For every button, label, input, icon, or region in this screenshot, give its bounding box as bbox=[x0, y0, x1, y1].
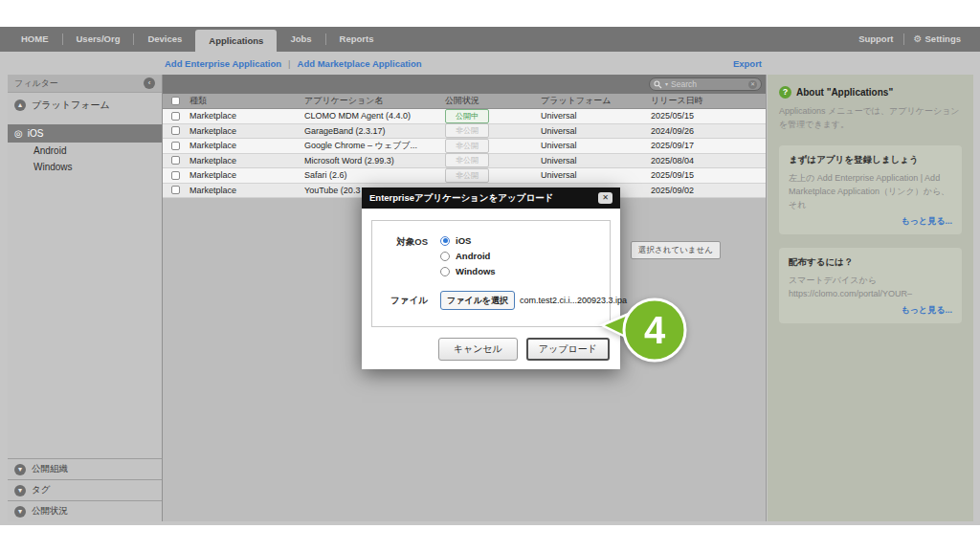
radio-option-android[interactable]: Android bbox=[440, 251, 496, 261]
cell-name: CLOMO MDM Agent (4.4.0) bbox=[304, 111, 445, 121]
page: HOME Users/Org Devices Applications Jobs… bbox=[0, 0, 980, 551]
cell-name: Microsoft Word (2.99.3) bbox=[304, 156, 445, 165]
sidebar-item-windows[interactable]: Windows bbox=[8, 159, 162, 175]
search-clear-icon[interactable]: ✕ bbox=[748, 80, 757, 89]
tab-applications[interactable]: Applications bbox=[195, 30, 277, 52]
cell-platform: Universal bbox=[541, 141, 651, 150]
search-icon bbox=[654, 80, 662, 89]
export-link[interactable]: Export bbox=[733, 58, 762, 69]
settings-link[interactable]: ⚙Settings bbox=[904, 27, 970, 52]
table-row[interactable]: Marketplace Microsoft Word (2.99.3) 非公開 … bbox=[163, 154, 766, 169]
radio-unchecked-icon[interactable] bbox=[440, 252, 450, 261]
tab-devices[interactable]: Devices bbox=[134, 27, 195, 52]
radio-unchecked-icon[interactable] bbox=[440, 267, 450, 276]
support-link[interactable]: Support bbox=[849, 27, 902, 52]
gear-icon: ⚙ bbox=[914, 33, 923, 44]
sidebar-section-platform[interactable]: ▴ プラットフォーム bbox=[8, 93, 162, 117]
chevron-down-icon: ▾ bbox=[14, 464, 26, 475]
sidebar-section-publish-status[interactable]: ▾ 公開状況 bbox=[8, 500, 162, 521]
status-badge: 非公開 bbox=[445, 123, 489, 138]
chevron-down-icon: ▾ bbox=[14, 506, 26, 518]
section-label: 公開状況 bbox=[32, 505, 68, 518]
help-icon: ? bbox=[779, 86, 791, 99]
cell-date: 2025/09/17 bbox=[651, 141, 766, 150]
add-application-links: Add Enterprise Application | Add Marketp… bbox=[165, 58, 422, 69]
cell-name: Safari (2.6) bbox=[304, 170, 445, 180]
sidebar-item-android[interactable]: Android bbox=[8, 143, 162, 159]
cell-date: 2025/08/04 bbox=[651, 156, 766, 165]
selected-radio-icon: ◎ bbox=[14, 129, 23, 139]
upload-button[interactable]: アップロード bbox=[526, 338, 610, 361]
close-icon[interactable]: ✕ bbox=[598, 192, 612, 204]
cell-platform: Universal bbox=[541, 126, 651, 136]
column-header-type[interactable]: 種類 bbox=[189, 95, 304, 107]
search-input[interactable]: ▾ Search ✕ bbox=[649, 77, 762, 91]
see-more-link[interactable]: もっと見る... bbox=[789, 304, 952, 317]
column-header-date[interactable]: リリース日時 bbox=[651, 95, 766, 107]
tab-users-org[interactable]: Users/Org bbox=[63, 27, 134, 52]
cell-type: Marketplace bbox=[189, 141, 304, 150]
section-label: タグ bbox=[32, 484, 50, 496]
chevron-up-icon: ▴ bbox=[14, 99, 26, 111]
step-number: 4 bbox=[644, 309, 666, 351]
cell-platform: Universal bbox=[541, 170, 651, 180]
help-title-text: About "Applications" bbox=[796, 87, 893, 98]
row-checkbox[interactable] bbox=[171, 126, 180, 135]
file-label: ファイル bbox=[384, 294, 428, 307]
table-row[interactable]: Marketplace CLOMO MDM Agent (4.4.0) 公開中 … bbox=[163, 109, 766, 124]
spacer bbox=[8, 175, 162, 458]
sidebar-section-publish-org[interactable]: ▾ 公開組織 bbox=[8, 458, 162, 479]
cell-name: GarageBand (2.3.17) bbox=[304, 126, 445, 136]
platform-section-label: プラットフォーム bbox=[32, 99, 110, 112]
radio-label: iOS bbox=[456, 235, 471, 246]
filter-sidebar: フィルター ‹ ▴ プラットフォーム ◎ iOS Android Windows… bbox=[8, 75, 163, 521]
table-row[interactable]: Marketplace GarageBand (2.3.17) 非公開 Univ… bbox=[163, 124, 766, 140]
add-marketplace-application-link[interactable]: Add Marketplace Application bbox=[298, 58, 422, 69]
chevron-down-icon: ▾ bbox=[14, 485, 26, 496]
tab-jobs[interactable]: Jobs bbox=[277, 27, 324, 52]
step-annotation-balloon: 4 bbox=[599, 293, 691, 367]
row-checkbox[interactable] bbox=[171, 186, 180, 194]
column-header-platform[interactable]: プラットフォーム bbox=[541, 95, 651, 107]
help-card-title: まずはアプリを登録しましょう bbox=[789, 154, 952, 166]
cell-type: Marketplace bbox=[189, 126, 304, 136]
filter-header-label: フィルター bbox=[14, 77, 58, 90]
table-header: 種類 アプリケーション名 公開状況 プラットフォーム リリース日時 bbox=[163, 94, 766, 109]
add-enterprise-application-link[interactable]: Add Enterprise Application bbox=[165, 58, 281, 69]
choose-file-button[interactable]: ファイルを選択 bbox=[440, 291, 515, 310]
upload-dialog: Enterpriseアプリケーションをアップロード ✕ 対象OS iOS And… bbox=[362, 187, 620, 369]
row-checkbox[interactable] bbox=[171, 142, 180, 150]
upload-form: 対象OS iOS Android Windows bbox=[371, 220, 611, 327]
spacer bbox=[8, 117, 162, 124]
radio-option-ios[interactable]: iOS bbox=[440, 235, 496, 246]
select-all-checkbox[interactable] bbox=[171, 97, 180, 105]
table-row[interactable]: Marketplace Safari (2.6) 非公開 Universal 2… bbox=[163, 168, 766, 184]
help-intro-text: Applications メニューでは、アプリケーションを管理できます。 bbox=[779, 105, 962, 132]
dialog-titlebar: Enterpriseアプリケーションをアップロード ✕ bbox=[362, 187, 620, 209]
radio-option-windows[interactable]: Windows bbox=[440, 266, 496, 276]
dialog-body: 対象OS iOS Android Windows bbox=[362, 209, 620, 369]
tab-reports[interactable]: Reports bbox=[326, 27, 388, 52]
column-header-status[interactable]: 公開状況 bbox=[445, 95, 541, 107]
section-label: 公開組織 bbox=[32, 463, 68, 475]
row-checkbox[interactable] bbox=[171, 112, 180, 121]
sidebar-section-tags[interactable]: ▾ タグ bbox=[8, 479, 162, 500]
status-badge: 非公開 bbox=[445, 168, 489, 183]
tab-home[interactable]: HOME bbox=[8, 27, 62, 52]
status-badge: 非公開 bbox=[445, 153, 489, 167]
collapse-sidebar-icon[interactable]: ‹ bbox=[144, 77, 155, 89]
help-card-body: 左上の Add Enterprise Application | Add Mar… bbox=[789, 172, 952, 212]
row-checkbox[interactable] bbox=[171, 171, 180, 180]
cancel-button[interactable]: キャンセル bbox=[438, 338, 518, 361]
nav-right: Support ⚙Settings bbox=[849, 27, 980, 52]
target-os-row: 対象OS iOS Android Windows bbox=[384, 235, 598, 276]
search-scope-caret-icon: ▾ bbox=[665, 81, 668, 87]
column-header-name[interactable]: アプリケーション名 bbox=[304, 95, 445, 107]
filter-header[interactable]: フィルター ‹ bbox=[8, 75, 162, 93]
see-more-link[interactable]: もっと見る... bbox=[789, 215, 952, 228]
row-checkbox[interactable] bbox=[171, 156, 180, 165]
radio-checked-icon[interactable] bbox=[440, 236, 450, 246]
sidebar-item-ios[interactable]: ◎ iOS bbox=[8, 124, 162, 143]
table-row[interactable]: Marketplace Google Chrome – ウェブブ... 非公開 … bbox=[163, 139, 766, 154]
help-card-distribute: 配布するには？ スマートデバイスから https://clomo.com/por… bbox=[779, 248, 962, 323]
